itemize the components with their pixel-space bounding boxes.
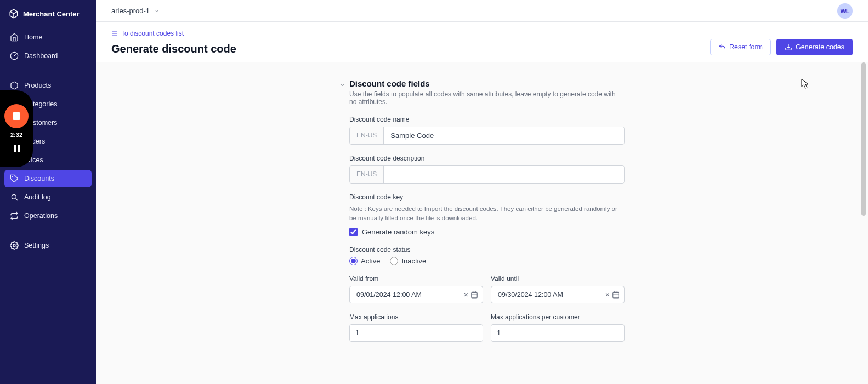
user-avatar[interactable]: WL [837,3,853,19]
status-active-radio[interactable] [349,257,358,265]
download-icon [785,43,792,51]
sidebar-item-label: Settings [24,242,49,249]
status-inactive-radio[interactable] [390,257,398,265]
svg-rect-17 [613,292,619,298]
reset-label: Reset form [729,43,763,51]
field-valid-until: Valid until × [491,275,625,303]
name-input[interactable] [384,127,624,144]
field-status: Discount code status Active Inactive [349,246,625,265]
calendar-icon[interactable] [470,291,478,299]
sidebar-item-settings[interactable]: Settings [4,237,92,254]
max-app-label: Max applications [349,313,483,321]
calendar-icon[interactable] [612,291,620,299]
valid-until-input[interactable] [496,286,603,303]
page-actions: Reset form Generate codes [710,39,853,55]
key-label: Discount code key [349,193,625,201]
content-area: Discount code fields Use the fields to p… [96,62,868,384]
status-inactive-label: Inactive [401,257,426,265]
pause-recording-button[interactable] [12,145,21,153]
sidebar-item-operations[interactable]: Operations [4,207,92,225]
name-label: Discount code name [349,116,625,123]
clear-icon[interactable]: × [462,290,470,299]
svg-rect-13 [472,292,478,298]
cube-icon [9,9,19,19]
field-max-per-customer: Max applications per customer [491,313,625,342]
desc-label: Discount code description [349,154,625,162]
sidebar-item-dashboard[interactable]: Dashboard [4,47,92,65]
scrollbar[interactable] [860,62,867,384]
gauge-icon [10,51,19,60]
description-input[interactable] [384,166,624,183]
stop-icon [13,112,20,120]
valid-from-input-group: × [349,286,483,303]
tag-icon [10,174,19,183]
svg-point-9 [13,244,15,247]
key-note: Note : Keys are needed to Import the dis… [349,204,625,223]
clear-icon[interactable]: × [603,290,612,299]
breadcrumb-back[interactable]: To discount codes list [111,30,236,37]
generate-label: Generate codes [796,43,844,51]
subheader: To discount codes list Generate discount… [96,22,868,62]
box-icon [10,81,19,90]
status-radio-group: Active Inactive [349,257,625,265]
chevron-down-icon [154,8,160,14]
valid-until-label: Valid until [491,275,625,283]
name-input-group: EN-US [349,127,625,145]
sidebar-item-home[interactable]: Home [4,28,92,46]
sidebar-item-audit-log[interactable]: Audit log [4,188,92,206]
valid-until-input-group: × [491,286,625,303]
locale-tag[interactable]: EN-US [350,127,384,144]
topbar: aries-prod-1 WL [96,0,868,22]
list-icon [111,30,118,37]
field-valid-from: Valid from × [349,275,483,303]
section-description: Use the fields to populate all codes wit… [349,90,625,106]
generate-codes-button[interactable]: Generate codes [776,39,853,55]
home-icon [10,33,19,42]
gear-icon [10,241,19,250]
field-max-applications: Max applications [349,313,483,342]
breadcrumb-text: To discount codes list [121,30,184,37]
field-name: Discount code name EN-US [349,116,625,145]
sidebar: Merchant Center Home Dashboard Products … [0,0,96,384]
brand-name: Merchant Center [23,10,80,18]
status-label: Discount code status [349,246,625,254]
svg-point-8 [12,194,16,199]
sidebar-item-label: Home [24,33,42,41]
section-header[interactable]: Discount code fields [339,79,625,88]
sidebar-item-label: Products [24,82,51,89]
field-key: Discount code key Note : Keys are needed… [349,193,625,236]
page-title: Generate discount code [111,43,236,55]
sidebar-item-label: Audit log [24,193,51,201]
svg-point-7 [12,176,13,177]
main: aries-prod-1 WL To discount codes list G… [96,0,868,384]
sidebar-item-label: Dashboard [24,52,58,60]
discount-code-form: Discount code fields Use the fields to p… [339,79,625,342]
valid-from-input[interactable] [354,286,462,303]
project-name: aries-prod-1 [111,7,150,15]
arrows-icon [10,211,19,220]
project-selector[interactable]: aries-prod-1 [111,7,160,15]
reset-form-button[interactable]: Reset form [710,39,771,55]
desc-input-group: EN-US [349,165,625,184]
generate-keys-checkbox[interactable] [349,228,358,236]
locale-tag[interactable]: EN-US [350,166,384,183]
sidebar-item-discounts[interactable]: Discounts [4,170,92,187]
generate-keys-label: Generate random keys [362,228,434,236]
scrollbar-thumb[interactable] [861,62,866,216]
recording-widget: 2:32 [0,90,33,167]
max-applications-input[interactable] [350,325,483,341]
stop-recording-button[interactable] [4,104,29,128]
field-description: Discount code description EN-US [349,154,625,184]
valid-from-label: Valid from [349,275,483,283]
sidebar-item-label: Discounts [24,175,54,182]
brand: Merchant Center [0,4,96,23]
section-title: Discount code fields [349,79,430,88]
max-cust-label: Max applications per customer [491,313,625,321]
search-list-icon [10,193,19,202]
chevron-down-icon [339,82,346,88]
max-per-customer-input[interactable] [491,325,624,341]
recording-time: 2:32 [10,131,22,138]
undo-icon [718,43,726,51]
sidebar-item-label: Operations [24,212,58,220]
status-active-label: Active [361,257,380,265]
